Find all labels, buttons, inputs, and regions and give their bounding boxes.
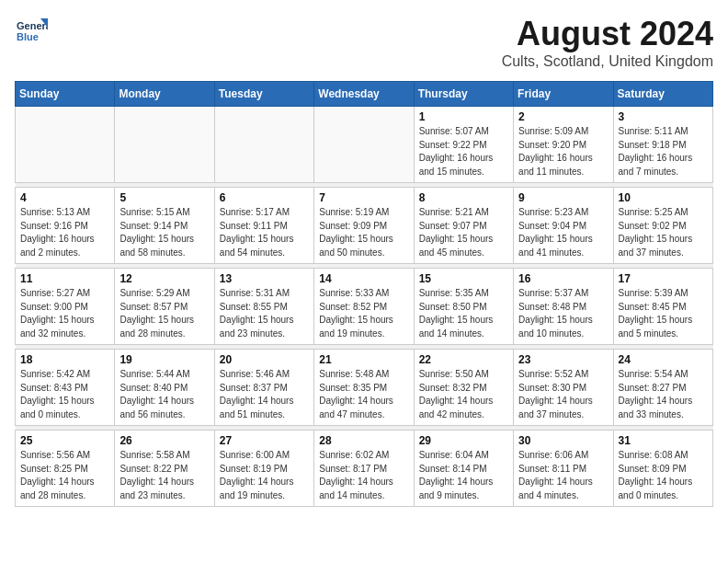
calendar-cell: 8Sunrise: 5:21 AM Sunset: 9:07 PM Daylig…: [414, 188, 513, 264]
day-number: 30: [518, 434, 608, 447]
calendar-table: SundayMondayTuesdayWednesdayThursdayFrid…: [15, 81, 713, 507]
day-number: 19: [119, 353, 209, 366]
day-number: 14: [319, 272, 408, 285]
calendar-subtitle: Cults, Scotland, United Kingdom: [502, 53, 713, 70]
day-number: 12: [119, 272, 209, 285]
calendar-cell: 18Sunrise: 5:42 AM Sunset: 8:43 PM Dayli…: [16, 350, 115, 426]
calendar-cell: 4Sunrise: 5:13 AM Sunset: 9:16 PM Daylig…: [16, 188, 115, 264]
day-info: Sunrise: 5:37 AM Sunset: 8:48 PM Dayligh…: [518, 287, 608, 340]
day-info: Sunrise: 5:27 AM Sunset: 9:00 PM Dayligh…: [20, 287, 109, 340]
day-number: 8: [419, 191, 508, 204]
calendar-cell: 19Sunrise: 5:44 AM Sunset: 8:40 PM Dayli…: [115, 350, 214, 426]
day-number: 23: [518, 353, 608, 366]
day-info: Sunrise: 5:50 AM Sunset: 8:32 PM Dayligh…: [419, 368, 508, 421]
day-info: Sunrise: 5:17 AM Sunset: 9:11 PM Dayligh…: [220, 206, 309, 259]
weekday-header-sunday: Sunday: [16, 82, 115, 107]
week-row-3: 11Sunrise: 5:27 AM Sunset: 9:00 PM Dayli…: [16, 269, 713, 345]
day-info: Sunrise: 5:15 AM Sunset: 9:14 PM Dayligh…: [119, 206, 209, 259]
day-number: 4: [20, 191, 109, 204]
calendar-cell: 30Sunrise: 6:06 AM Sunset: 8:11 PM Dayli…: [514, 431, 613, 507]
calendar-cell: 2Sunrise: 5:09 AM Sunset: 9:20 PM Daylig…: [514, 107, 613, 183]
day-number: 6: [220, 191, 309, 204]
day-info: Sunrise: 6:04 AM Sunset: 8:14 PM Dayligh…: [419, 449, 508, 502]
day-info: Sunrise: 5:23 AM Sunset: 9:04 PM Dayligh…: [518, 206, 608, 259]
day-number: 24: [619, 353, 708, 366]
day-info: Sunrise: 5:39 AM Sunset: 8:45 PM Dayligh…: [619, 287, 708, 340]
day-number: 13: [220, 272, 309, 285]
logo-icon: General Blue: [15, 15, 48, 48]
calendar-cell: 22Sunrise: 5:50 AM Sunset: 8:32 PM Dayli…: [414, 350, 513, 426]
calendar-cell: 3Sunrise: 5:11 AM Sunset: 9:18 PM Daylig…: [613, 107, 712, 183]
day-number: 22: [419, 353, 508, 366]
calendar-cell: 10Sunrise: 5:25 AM Sunset: 9:02 PM Dayli…: [613, 188, 712, 264]
day-number: 2: [518, 110, 608, 123]
day-info: Sunrise: 5:35 AM Sunset: 8:50 PM Dayligh…: [419, 287, 508, 340]
day-number: 5: [119, 191, 209, 204]
day-number: 9: [518, 191, 608, 204]
day-info: Sunrise: 5:07 AM Sunset: 9:22 PM Dayligh…: [419, 125, 508, 178]
day-info: Sunrise: 5:46 AM Sunset: 8:37 PM Dayligh…: [220, 368, 309, 421]
day-info: Sunrise: 5:09 AM Sunset: 9:20 PM Dayligh…: [518, 125, 608, 178]
calendar-cell: 5Sunrise: 5:15 AM Sunset: 9:14 PM Daylig…: [115, 188, 214, 264]
day-number: 1: [419, 110, 508, 123]
week-row-4: 18Sunrise: 5:42 AM Sunset: 8:43 PM Dayli…: [16, 350, 713, 426]
day-info: Sunrise: 5:19 AM Sunset: 9:09 PM Dayligh…: [319, 206, 408, 259]
calendar-cell: 17Sunrise: 5:39 AM Sunset: 8:45 PM Dayli…: [613, 269, 712, 345]
weekday-header-wednesday: Wednesday: [314, 82, 414, 107]
svg-text:General: General: [17, 20, 48, 31]
calendar-cell: 7Sunrise: 5:19 AM Sunset: 9:09 PM Daylig…: [314, 188, 414, 264]
calendar-cell: 1Sunrise: 5:07 AM Sunset: 9:22 PM Daylig…: [414, 107, 513, 183]
calendar-cell: 16Sunrise: 5:37 AM Sunset: 8:48 PM Dayli…: [514, 269, 613, 345]
day-info: Sunrise: 5:54 AM Sunset: 8:27 PM Dayligh…: [619, 368, 708, 421]
weekday-header-saturday: Saturday: [613, 82, 712, 107]
title-block: August 2024 Cults, Scotland, United King…: [502, 15, 713, 70]
week-row-1: 1Sunrise: 5:07 AM Sunset: 9:22 PM Daylig…: [16, 107, 713, 183]
calendar-cell: [16, 107, 115, 183]
day-info: Sunrise: 5:58 AM Sunset: 8:22 PM Dayligh…: [119, 449, 209, 502]
calendar-cell: 29Sunrise: 6:04 AM Sunset: 8:14 PM Dayli…: [414, 431, 513, 507]
day-number: 11: [20, 272, 109, 285]
calendar-cell: 27Sunrise: 6:00 AM Sunset: 8:19 PM Dayli…: [214, 431, 313, 507]
page-header: General Blue August 2024 Cults, Scotland…: [15, 15, 713, 70]
calendar-cell: [314, 107, 414, 183]
calendar-title: August 2024: [502, 15, 713, 53]
day-info: Sunrise: 5:21 AM Sunset: 9:07 PM Dayligh…: [419, 206, 508, 259]
day-info: Sunrise: 6:00 AM Sunset: 8:19 PM Dayligh…: [220, 449, 309, 502]
day-info: Sunrise: 6:02 AM Sunset: 8:17 PM Dayligh…: [319, 449, 408, 502]
calendar-cell: 28Sunrise: 6:02 AM Sunset: 8:17 PM Dayli…: [314, 431, 414, 507]
svg-text:Blue: Blue: [17, 31, 39, 42]
weekday-header-thursday: Thursday: [414, 82, 513, 107]
day-info: Sunrise: 5:48 AM Sunset: 8:35 PM Dayligh…: [319, 368, 408, 421]
weekday-header-friday: Friday: [514, 82, 613, 107]
calendar-cell: 15Sunrise: 5:35 AM Sunset: 8:50 PM Dayli…: [414, 269, 513, 345]
day-info: Sunrise: 5:11 AM Sunset: 9:18 PM Dayligh…: [619, 125, 708, 178]
calendar-cell: 20Sunrise: 5:46 AM Sunset: 8:37 PM Dayli…: [214, 350, 313, 426]
day-number: 20: [220, 353, 309, 366]
calendar-cell: 31Sunrise: 6:08 AM Sunset: 8:09 PM Dayli…: [613, 431, 712, 507]
day-info: Sunrise: 5:42 AM Sunset: 8:43 PM Dayligh…: [20, 368, 109, 421]
calendar-cell: 11Sunrise: 5:27 AM Sunset: 9:00 PM Dayli…: [16, 269, 115, 345]
day-info: Sunrise: 5:44 AM Sunset: 8:40 PM Dayligh…: [119, 368, 209, 421]
day-number: 16: [518, 272, 608, 285]
day-info: Sunrise: 5:56 AM Sunset: 8:25 PM Dayligh…: [20, 449, 109, 502]
day-number: 25: [20, 434, 109, 447]
day-number: 18: [20, 353, 109, 366]
week-row-5: 25Sunrise: 5:56 AM Sunset: 8:25 PM Dayli…: [16, 431, 713, 507]
calendar-cell: 12Sunrise: 5:29 AM Sunset: 8:57 PM Dayli…: [115, 269, 214, 345]
calendar-cell: 24Sunrise: 5:54 AM Sunset: 8:27 PM Dayli…: [613, 350, 712, 426]
week-row-2: 4Sunrise: 5:13 AM Sunset: 9:16 PM Daylig…: [16, 188, 713, 264]
calendar-cell: 23Sunrise: 5:52 AM Sunset: 8:30 PM Dayli…: [514, 350, 613, 426]
calendar-cell: 6Sunrise: 5:17 AM Sunset: 9:11 PM Daylig…: [214, 188, 313, 264]
day-number: 15: [419, 272, 508, 285]
day-number: 17: [619, 272, 708, 285]
day-number: 7: [319, 191, 408, 204]
calendar-cell: 21Sunrise: 5:48 AM Sunset: 8:35 PM Dayli…: [314, 350, 414, 426]
day-info: Sunrise: 5:13 AM Sunset: 9:16 PM Dayligh…: [20, 206, 109, 259]
calendar-cell: [115, 107, 214, 183]
day-info: Sunrise: 6:06 AM Sunset: 8:11 PM Dayligh…: [518, 449, 608, 502]
day-number: 29: [419, 434, 508, 447]
day-number: 3: [619, 110, 708, 123]
calendar-cell: 9Sunrise: 5:23 AM Sunset: 9:04 PM Daylig…: [514, 188, 613, 264]
calendar-cell: [214, 107, 313, 183]
day-number: 10: [619, 191, 708, 204]
